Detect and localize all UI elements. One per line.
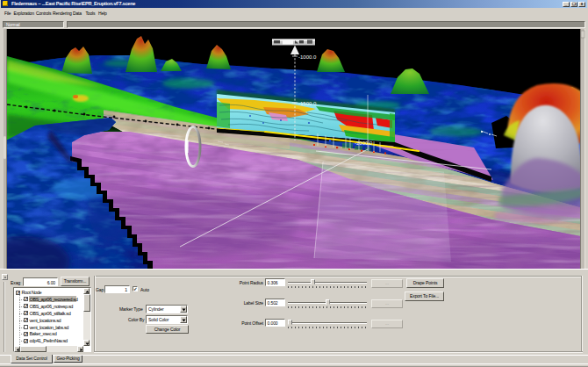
tree-checkbox[interactable]: [24, 325, 28, 329]
menu-file[interactable]: File: [4, 11, 11, 16]
window-bottom-edge: [0, 363, 588, 364]
tree-item-label: Root Node: [22, 290, 42, 295]
tree-item-label: OBS_apr06_recovered.sd: [30, 297, 78, 302]
point-radius-slider-thumb[interactable]: [311, 279, 315, 286]
auto-label: Auto: [140, 287, 149, 292]
point-offset-slider-thumb[interactable]: [288, 320, 292, 327]
tree-scroll-right-icon[interactable]: [77, 346, 83, 352]
tree-scroll-up-icon[interactable]: [83, 288, 90, 294]
maximize-button[interactable]: ❏: [570, 2, 577, 8]
menu-data[interactable]: Data: [73, 11, 82, 16]
tree-row[interactable]: vent_location_labs.sd: [14, 324, 84, 331]
tree-checkbox[interactable]: ✓: [24, 318, 28, 322]
marker-type-dropdown-icon[interactable]: [180, 306, 187, 313]
fledermaus-window: Fledermaus -- ...East Pacific Rise\EPR_E…: [0, 0, 588, 367]
tree-root-row[interactable]: ✓Root Node: [14, 290, 84, 297]
point-offset-more-button[interactable]: ...: [371, 320, 403, 328]
tree-item-label: OBS_apr06_notresp.sd: [30, 304, 73, 309]
label-size-input[interactable]: 0.502: [265, 299, 285, 306]
tree-row[interactable]: ✓OBS_apr06_notresp.sd: [14, 303, 84, 310]
scene-viewport[interactable]: -1000.0 -1500.0 -2000.0: [3, 29, 585, 269]
tree-hscroll-thumb[interactable]: [20, 346, 47, 352]
label-size-more-button[interactable]: ...: [371, 299, 403, 308]
point-offset-label: Point Offset: [237, 320, 263, 326]
transform-button[interactable]: Transform...: [61, 277, 90, 286]
color-by-select[interactable]: Solid Color: [146, 315, 188, 324]
menu-exploration[interactable]: Exploration: [14, 11, 34, 16]
tree-item-label: Baker_xsec.sd: [30, 331, 57, 336]
tree-row[interactable]: ✓vent_locations.sd: [14, 317, 84, 324]
viewport-right-splitter[interactable]: [580, 29, 585, 269]
point-radius-label: Point Radius: [237, 280, 263, 285]
gap-label: Gap: [96, 287, 104, 292]
mode-status-field: Normal: [3, 21, 64, 28]
mode-status-text: Normal: [6, 22, 20, 27]
close-button[interactable]: x: [578, 2, 585, 8]
tree-row[interactable]: ✓OBS_apr06_recovered.sd: [14, 296, 84, 303]
tree-row[interactable]: ✓OBS_apr06_stilltalk.sd: [14, 310, 84, 317]
tree-item-label: OBS_apr06_stilltalk.sd: [30, 311, 71, 316]
control-panel: Exag: 6.00 Transform... ✓Root Node✓OBS_a…: [0, 269, 588, 367]
group-border-right: [581, 276, 583, 352]
menu-rendering[interactable]: Rendering: [53, 11, 72, 16]
label-size-slider-thumb[interactable]: [326, 299, 330, 306]
minimize-button[interactable]: _: [563, 2, 570, 8]
group-border-top: [94, 276, 583, 277]
window-title: Fledermaus -- ...East Pacific Rise\EPR_E…: [11, 1, 135, 6]
color-by-dropdown-icon[interactable]: [180, 316, 187, 323]
export-to-file-button[interactable]: Export To File...: [405, 291, 444, 301]
menu-controls[interactable]: Controls: [36, 11, 51, 16]
tree-checkbox[interactable]: ✓: [24, 311, 28, 315]
label-size-label: Label Size: [237, 300, 263, 306]
tree-checkbox[interactable]: ✓: [24, 304, 28, 308]
exag-label: Exag:: [11, 280, 21, 285]
gap-input[interactable]: 1: [104, 285, 130, 293]
tab-strip-divider: [0, 355, 588, 356]
point-offset-slider-track[interactable]: [288, 322, 367, 324]
marker-type-label: Marker Type: [119, 306, 143, 312]
tree-vscrollbar[interactable]: [83, 288, 90, 346]
toolbar-row: Normal: [1, 18, 587, 29]
group-border-bottom: [94, 351, 583, 353]
tree-checkbox[interactable]: ✓: [24, 332, 28, 336]
panel-splitter-groove[interactable]: [4, 282, 5, 352]
bathymetry-scene: -1000.0 -1500.0 -2000.0: [3, 29, 585, 269]
tree-row[interactable]: ✓Baker_xsec.sd: [14, 331, 84, 338]
point-radius-slider-track[interactable]: [288, 282, 367, 284]
auto-checkbox[interactable]: ✓: [133, 286, 138, 291]
menu-tools[interactable]: Tools: [86, 11, 96, 16]
marker-type-select[interactable]: Cylinder: [146, 305, 188, 313]
info-status-field: [67, 21, 585, 28]
point-radius-input[interactable]: 0.306: [265, 278, 285, 286]
tree-scroll-down-icon[interactable]: [83, 340, 90, 346]
point-radius-more-button[interactable]: ...: [371, 279, 403, 288]
point-offset-input[interactable]: 0.000: [265, 319, 285, 327]
title-bar[interactable]: Fledermaus -- ...East Pacific Rise\EPR_E…: [1, 0, 587, 8]
tree-checkbox[interactable]: ✓: [24, 339, 28, 343]
axis-label-1500: -1500.0: [298, 101, 317, 106]
tab-data-set-control[interactable]: Data Set Control: [11, 355, 53, 363]
label-size-slider-ticks: [288, 306, 367, 308]
panel-splitter-handle[interactable]: [2, 274, 8, 280]
axis-label-2000: -2000.0: [355, 140, 373, 146]
color-by-label: Color By: [128, 317, 144, 322]
exag-input[interactable]: 6.00: [23, 277, 58, 286]
menu-bar: FileExplorationControlsRenderingDataTool…: [1, 8, 587, 18]
viewport-left-splitter[interactable]: [3, 29, 7, 269]
tree-scroll-left-icon[interactable]: [14, 346, 20, 352]
tree-item-label: cdp41_PrelimNav.sd: [30, 338, 68, 343]
tree-checkbox[interactable]: ✓: [24, 297, 28, 301]
dataset-tree[interactable]: ✓Root Node✓OBS_apr06_recovered.sd✓OBS_ap…: [13, 287, 91, 352]
app-icon: [3, 1, 8, 6]
point-radius-slider-ticks: [288, 286, 367, 288]
tree-vscroll-thumb[interactable]: [83, 294, 90, 312]
tree-item-label: vent_location_labs.sd: [30, 325, 69, 330]
change-color-button[interactable]: Change Color: [146, 325, 189, 334]
tree-row[interactable]: ✓cdp41_PrelimNav.sd: [14, 338, 84, 345]
point-offset-slider-ticks: [288, 327, 367, 328]
tree-hscrollbar[interactable]: [14, 346, 83, 352]
tree-item-label: vent_locations.sd: [30, 318, 61, 323]
menu-help[interactable]: Help: [98, 11, 107, 16]
tab-geo-picking[interactable]: Geo-Picking: [54, 355, 82, 363]
drape-points-button[interactable]: Drape Points: [406, 278, 444, 288]
